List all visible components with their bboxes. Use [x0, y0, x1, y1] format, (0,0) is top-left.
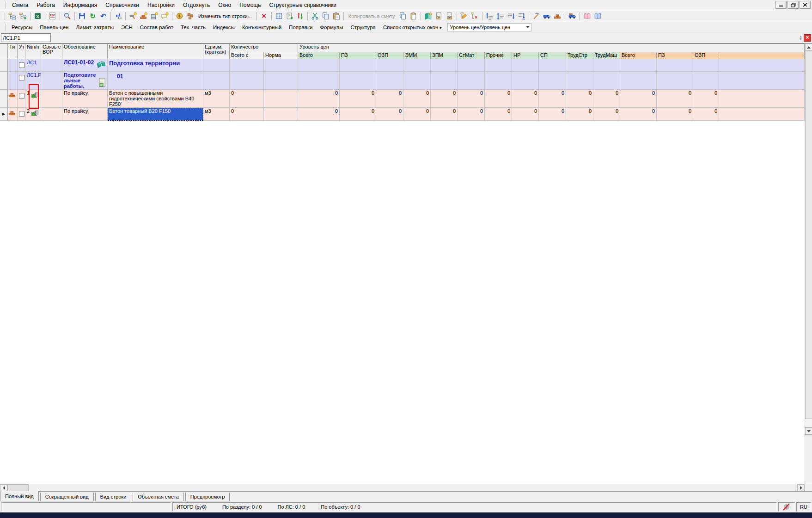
- header-stmat[interactable]: СтМат: [458, 52, 485, 59]
- value-cell[interactable]: 0: [340, 108, 376, 121]
- return-row-icon[interactable]: [113, 11, 123, 21]
- resource-link-icon[interactable]: [31, 108, 39, 118]
- norm-cell[interactable]: [264, 90, 298, 108]
- insert-doc-icon[interactable]: [284, 11, 295, 21]
- menu-strukturnye[interactable]: Структурные справочники: [265, 0, 341, 10]
- level-down-icon[interactable]: [506, 11, 516, 21]
- approve-cell[interactable]: [18, 90, 25, 108]
- excel-export-icon[interactable]: X: [32, 11, 43, 21]
- copy-to-estimate-button[interactable]: Копировать в смету: [346, 13, 398, 19]
- cut-icon[interactable]: [310, 11, 320, 21]
- value-cell[interactable]: 0: [539, 90, 566, 108]
- change-row-type-button[interactable]: Изменить тип строки...: [195, 13, 255, 19]
- panel-esn[interactable]: ЭСН: [117, 23, 136, 31]
- pick-icon[interactable]: [531, 11, 542, 21]
- close-button[interactable]: [800, 1, 811, 9]
- menu-smeta[interactable]: Смета: [8, 0, 32, 10]
- move-up-icon[interactable]: [495, 11, 506, 21]
- panel-konyunkturny[interactable]: Конъюнктурный: [238, 23, 285, 31]
- paste-icon[interactable]: [331, 11, 342, 21]
- new-work-icon[interactable]: [128, 11, 138, 21]
- header-price-group[interactable]: Уровень цен: [298, 44, 805, 52]
- header-pz2[interactable]: ПЗ: [657, 52, 693, 59]
- search-icon[interactable]: [62, 11, 73, 21]
- vertical-scroll-thumb[interactable]: [805, 51, 812, 419]
- estimate-calc-icon[interactable]: [274, 11, 284, 21]
- header-ozp[interactable]: ОЗП: [376, 52, 403, 59]
- coin-icon[interactable]: [174, 11, 185, 21]
- header-vsego2[interactable]: Всего: [620, 52, 657, 59]
- menubar-grip[interactable]: [4, 1, 6, 9]
- qty-cell[interactable]: 0: [230, 90, 264, 108]
- menu-otdohnut[interactable]: Отдохнуть: [179, 0, 214, 10]
- checkbox[interactable]: [19, 75, 24, 80]
- value-cell[interactable]: 0: [403, 108, 431, 121]
- price-pr-icon[interactable]: ПР: [444, 11, 455, 21]
- scroll-left-button[interactable]: [0, 484, 7, 491]
- value-cell[interactable]: 0: [298, 108, 340, 121]
- header-trudstr[interactable]: ТрудСтр: [566, 52, 593, 59]
- scroll-up-button[interactable]: [805, 43, 812, 51]
- undo-icon[interactable]: ↶: [98, 11, 109, 21]
- value-cell[interactable]: 0: [431, 90, 458, 108]
- value-cell[interactable]: 0: [693, 108, 719, 121]
- value-cell[interactable]: 0: [620, 108, 657, 121]
- header-basis[interactable]: Обоснование: [62, 44, 108, 59]
- value-cell[interactable]: 0: [566, 90, 593, 108]
- value-cell[interactable]: 0: [340, 90, 376, 108]
- copy-icon[interactable]: [320, 11, 331, 21]
- locator-input[interactable]: [1, 33, 51, 42]
- table-row[interactable]: 1 По прайсу Бетон с повышенными гидротех…: [0, 90, 805, 108]
- value-cell[interactable]: 0: [566, 108, 593, 121]
- move-rows-icon[interactable]: [295, 11, 305, 21]
- minimize-button[interactable]: [775, 1, 787, 9]
- header-name[interactable]: Наименование: [108, 44, 203, 59]
- level-up-icon[interactable]: [484, 11, 495, 21]
- menu-informacia[interactable]: Информация: [59, 0, 101, 10]
- header-pz[interactable]: ПЗ: [340, 52, 376, 59]
- truck-load-icon[interactable]: [567, 11, 578, 21]
- value-cell[interactable]: 0: [376, 90, 403, 108]
- tab-object-estimate[interactable]: Объектная смета: [133, 493, 184, 501]
- vertical-scrollbar[interactable]: [805, 43, 812, 435]
- header-ut[interactable]: Ут: [18, 44, 25, 59]
- pdf-export-icon[interactable]: PDF: [47, 11, 58, 21]
- value-cell[interactable]: 0: [458, 108, 485, 121]
- tab-row-view[interactable]: Вид строки: [95, 493, 132, 501]
- header-vor[interactable]: Связь с ВОР: [41, 44, 62, 59]
- approve-cell[interactable]: [18, 108, 25, 121]
- value-cell[interactable]: 0: [298, 90, 340, 108]
- value-cell[interactable]: 0: [657, 108, 693, 121]
- name-cell[interactable]: Подготовка территории: [108, 59, 203, 72]
- copy-sheet-icon[interactable]: [397, 11, 408, 21]
- header-qty-norm[interactable]: Норма расхода: [264, 52, 298, 59]
- new-material-icon[interactable]: [138, 11, 149, 21]
- tree-add-icon[interactable]: [18, 11, 28, 21]
- value-cell[interactable]: 0: [657, 90, 693, 108]
- value-cell[interactable]: 0: [620, 90, 657, 108]
- panel-teh-chast[interactable]: Тех. часть: [177, 23, 209, 31]
- close-document-button[interactable]: ×: [804, 34, 811, 42]
- panel-popravki[interactable]: Поправки: [285, 23, 316, 31]
- value-cell[interactable]: 0: [512, 90, 539, 108]
- horizontal-scrollbar[interactable]: [0, 484, 812, 491]
- table-row[interactable]: ЛС1 ЛС01-01-02 Подготовка территории: [0, 59, 805, 72]
- header-vsego[interactable]: Всего: [298, 52, 340, 59]
- value-cell[interactable]: 0: [376, 108, 403, 121]
- table-row[interactable]: ▶ 2 По прайсу Бетон товарный B20 F150 м3…: [0, 108, 805, 121]
- scroll-down-button[interactable]: [805, 427, 812, 435]
- price-book-icon[interactable]: [423, 11, 433, 21]
- value-cell[interactable]: 0: [403, 90, 431, 108]
- delete-structure-icon[interactable]: ×: [470, 11, 480, 21]
- value-cell[interactable]: 0: [485, 108, 512, 121]
- header-emm[interactable]: ЭММ: [403, 52, 431, 59]
- name-cell[interactable]: 01: [108, 72, 203, 90]
- header-qty-group[interactable]: Количество: [230, 44, 298, 52]
- horizontal-scroll-track[interactable]: [29, 484, 797, 491]
- price-p-icon[interactable]: P: [433, 11, 444, 21]
- refresh-icon[interactable]: ↻: [87, 11, 98, 21]
- menu-okno[interactable]: Окно: [214, 0, 235, 10]
- delete-row-icon[interactable]: ×: [259, 11, 269, 21]
- norm-cell[interactable]: [264, 108, 298, 121]
- language-indicator[interactable]: RU: [796, 502, 811, 512]
